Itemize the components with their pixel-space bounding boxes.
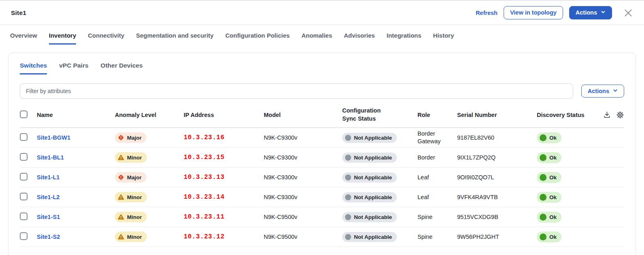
gear-icon[interactable] <box>616 111 624 119</box>
anomaly-level-label: Minor <box>127 214 142 220</box>
download-icon[interactable] <box>603 111 611 119</box>
switch-name-link[interactable]: Site1-L1 <box>37 174 59 181</box>
ip-address: 10.3.23.15 <box>184 154 264 161</box>
discovery-status-label: Ok <box>549 234 557 240</box>
discovery-status-badge: Ok <box>537 172 561 183</box>
column-header-discovery-status[interactable]: Discovery Status <box>537 112 597 118</box>
switch-name-link[interactable]: Site1-L2 <box>37 194 59 200</box>
status-dot-icon <box>540 214 547 221</box>
refresh-button[interactable]: Refresh <box>476 10 498 16</box>
column-header-configuration-sync-status[interactable]: Configuration Sync Status <box>342 107 399 123</box>
tab-overview[interactable]: Overview <box>10 32 37 45</box>
tab-configuration-policies[interactable]: Configuration Policies <box>225 32 290 45</box>
column-header-name[interactable]: Name <box>37 112 115 118</box>
tab-connectivity[interactable]: Connectivity <box>88 32 124 45</box>
configuration-sync-status-badge: Not Applicable <box>342 153 397 163</box>
subtab-switches[interactable]: Switches <box>20 62 47 74</box>
role: Border <box>417 154 435 162</box>
column-header-role[interactable]: Role <box>417 112 457 118</box>
discovery-status-badge: Ok <box>537 232 561 242</box>
tab-integrations[interactable]: Integrations <box>387 32 422 45</box>
switch-name-link[interactable]: Site1-BL1 <box>37 154 64 161</box>
serial-number: 9W56PH2JGHT <box>457 234 537 240</box>
anomaly-level-badge: Major <box>115 132 146 143</box>
configuration-sync-status-label: Not Applicable <box>354 194 392 200</box>
ip-address: 10.3.23.13 <box>184 174 264 181</box>
header-actions: Refresh View in topology Actions <box>476 6 633 19</box>
row-checkbox[interactable] <box>20 212 28 220</box>
chevron-down-icon <box>613 88 618 94</box>
status-dot-icon <box>540 134 547 141</box>
column-header-model[interactable]: Model <box>264 112 342 118</box>
ip-address: 10.3.23.14 <box>184 193 264 201</box>
configuration-sync-status-badge: Not Applicable <box>342 232 397 242</box>
table-row[interactable]: Site1-L1 Major 10.3.23.13 N9K-C9300v Not… <box>20 168 624 187</box>
ip-address: 10.3.23.11 <box>184 213 264 221</box>
switch-name-link[interactable]: Site1-BGW1 <box>37 134 70 141</box>
model: N9K-C9300v <box>264 194 342 200</box>
header-actions-label: Actions <box>576 10 597 16</box>
table-row[interactable]: Site1-BL1 Minor 10.3.23.15 N9K-C9300v No… <box>20 148 624 168</box>
column-header-anomaly-level[interactable]: Anomaly Level <box>115 112 184 118</box>
status-dot-icon <box>345 194 351 200</box>
row-checkbox[interactable] <box>20 193 28 200</box>
sub-tab-bar: SwitchesvPC PairsOther Devices <box>20 62 624 74</box>
row-checkbox[interactable] <box>20 232 28 240</box>
table-row[interactable]: Site1-S2 Minor 10.3.23.12 N9K-C9500v Not… <box>20 227 624 247</box>
main-tab-bar: OverviewInventoryConnectivitySegmentatio… <box>0 32 644 45</box>
status-dot-icon <box>540 154 547 161</box>
view-in-topology-button[interactable]: View in topology <box>504 6 563 19</box>
configuration-sync-status-badge: Not Applicable <box>342 192 397 202</box>
anomaly-level-badge: Minor <box>115 212 147 222</box>
filter-input[interactable] <box>20 83 573 99</box>
anomaly-level-label: Major <box>127 135 142 141</box>
row-checkbox[interactable] <box>20 173 28 181</box>
discovery-status-label: Ok <box>549 155 557 161</box>
discovery-status-label: Ok <box>549 214 557 220</box>
subtab-vpc-pairs[interactable]: vPC Pairs <box>59 62 88 74</box>
inventory-card: SwitchesvPC PairsOther Devices Actions N… <box>8 53 636 255</box>
status-dot-icon <box>345 155 351 161</box>
row-checkbox[interactable] <box>20 133 28 141</box>
configuration-sync-status-badge: Not Applicable <box>342 133 397 143</box>
anomaly-level-badge: Major <box>115 172 146 183</box>
serial-number: 9OI9I0ZQO7L <box>457 174 537 181</box>
switch-name-link[interactable]: Site1-S2 <box>37 234 60 240</box>
discovery-status-label: Ok <box>549 194 557 200</box>
anomaly-icon <box>118 174 124 181</box>
discovery-status-badge: Ok <box>537 152 561 163</box>
column-header-ip-address[interactable]: IP Address <box>184 112 264 118</box>
subtab-other-devices[interactable]: Other Devices <box>101 62 143 74</box>
table-actions-button[interactable]: Actions <box>581 85 624 98</box>
status-dot-icon <box>345 174 351 181</box>
row-checkbox[interactable] <box>20 153 28 161</box>
select-all-checkbox[interactable] <box>20 110 28 118</box>
role: Leaf <box>417 193 429 201</box>
anomaly-icon <box>118 134 124 141</box>
switch-name-link[interactable]: Site1-S1 <box>37 214 60 220</box>
role: Leaf <box>417 174 429 181</box>
configuration-sync-status-label: Not Applicable <box>354 135 392 141</box>
column-header-serial-number[interactable]: Serial Number <box>457 112 537 118</box>
status-dot-icon <box>540 234 547 240</box>
discovery-status-badge: Ok <box>537 192 561 203</box>
discovery-status-badge: Ok <box>537 132 561 143</box>
ip-address: 10.3.23.16 <box>184 134 264 141</box>
status-dot-icon <box>345 214 351 220</box>
configuration-sync-status-badge: Not Applicable <box>342 172 397 183</box>
discovery-status-label: Ok <box>549 135 557 141</box>
tab-inventory[interactable]: Inventory <box>49 32 76 45</box>
tab-history[interactable]: History <box>433 32 454 45</box>
serial-number: 9IX1L7ZPQ2Q <box>457 154 537 161</box>
header-actions-button[interactable]: Actions <box>569 6 612 19</box>
table-row[interactable]: Site1-BGW1 Major 10.3.23.16 N9K-C9300v N… <box>20 128 624 148</box>
table-actions-label: Actions <box>588 88 609 94</box>
tab-anomalies[interactable]: Anomalies <box>301 32 332 45</box>
table-row[interactable]: Site1-S1 Minor 10.3.23.11 N9K-C9500v Not… <box>20 207 624 227</box>
model: N9K-C9300v <box>264 174 342 181</box>
tab-segmentation-and-security[interactable]: Segmentation and security <box>136 32 214 45</box>
close-icon[interactable] <box>623 8 633 18</box>
table-row[interactable]: Site1-L2 Minor 10.3.23.14 N9K-C9300v Not… <box>20 187 624 207</box>
panel-header: Site1 Refresh View in topology Actions <box>0 1 644 25</box>
tab-advisories[interactable]: Advisories <box>344 32 375 45</box>
